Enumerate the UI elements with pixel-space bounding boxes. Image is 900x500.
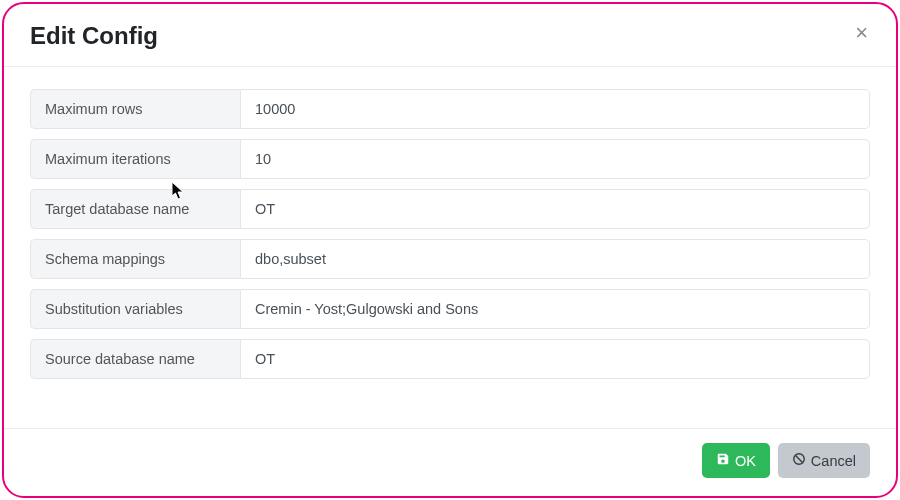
field-maximum-iterations: Maximum iterations bbox=[30, 139, 870, 179]
target-database-name-input[interactable] bbox=[240, 189, 870, 229]
field-label: Substitution variables bbox=[30, 289, 240, 329]
maximum-rows-input[interactable] bbox=[240, 89, 870, 129]
close-button[interactable]: × bbox=[853, 22, 870, 44]
field-target-database-name: Target database name bbox=[30, 189, 870, 229]
substitution-variables-input[interactable] bbox=[240, 289, 870, 329]
save-icon bbox=[716, 452, 730, 469]
maximum-iterations-input[interactable] bbox=[240, 139, 870, 179]
close-icon: × bbox=[855, 22, 868, 44]
field-maximum-rows: Maximum rows bbox=[30, 89, 870, 129]
edit-config-modal: Edit Config × Maximum rows Maximum itera… bbox=[2, 2, 898, 498]
modal-header: Edit Config × bbox=[2, 2, 898, 67]
field-label: Schema mappings bbox=[30, 239, 240, 279]
cancel-button-label: Cancel bbox=[811, 453, 856, 469]
schema-mappings-input[interactable] bbox=[240, 239, 870, 279]
modal-footer: OK Cancel bbox=[2, 428, 898, 498]
field-substitution-variables: Substitution variables bbox=[30, 289, 870, 329]
field-source-database-name: Source database name bbox=[30, 339, 870, 379]
modal-body: Maximum rows Maximum iterations Target d… bbox=[2, 67, 898, 428]
modal-title: Edit Config bbox=[30, 22, 158, 50]
field-label: Maximum rows bbox=[30, 89, 240, 129]
field-label: Source database name bbox=[30, 339, 240, 379]
ok-button[interactable]: OK bbox=[702, 443, 770, 478]
field-schema-mappings: Schema mappings bbox=[30, 239, 870, 279]
source-database-name-input[interactable] bbox=[240, 339, 870, 379]
cancel-button[interactable]: Cancel bbox=[778, 443, 870, 478]
ban-icon bbox=[792, 452, 806, 469]
field-label: Target database name bbox=[30, 189, 240, 229]
svg-line-1 bbox=[795, 456, 802, 463]
ok-button-label: OK bbox=[735, 453, 756, 469]
field-label: Maximum iterations bbox=[30, 139, 240, 179]
